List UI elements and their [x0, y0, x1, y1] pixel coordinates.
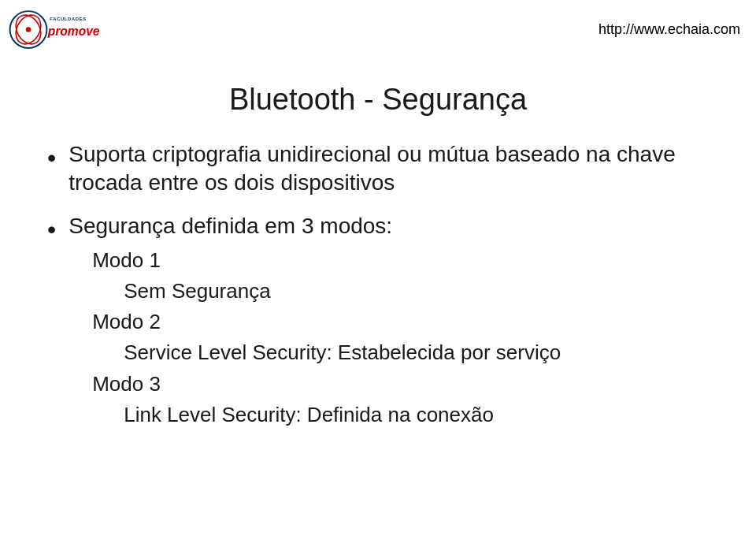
- bullet-dot-2: •: [47, 214, 56, 247]
- url-area: http://www.echaia.com: [598, 21, 740, 38]
- sub-item-modo3: Modo 3: [92, 370, 709, 398]
- logo-icon: FACULDADES promove: [8, 8, 110, 51]
- url-text: http://www.echaia.com: [598, 21, 740, 37]
- svg-text:FACULDADES: FACULDADES: [50, 17, 86, 21]
- bullet-dot-1: •: [47, 142, 56, 175]
- svg-text:promove: promove: [47, 24, 100, 38]
- sub-sub-item-modo1: Sem Segurança: [92, 277, 709, 305]
- sub-item-modo2: Modo 2: [92, 308, 709, 336]
- page-title: Bluetooth - Segurança: [47, 83, 709, 117]
- modo2-sublabel: Service Level Security: Estabelecida por…: [124, 340, 561, 364]
- bullet2-main: Segurança definida em 3 modos:: [69, 214, 392, 238]
- header: FACULDADES promove http://www.echaia.com: [0, 0, 756, 59]
- sub-sub-item-modo2: Service Level Security: Estabelecida por…: [92, 339, 709, 367]
- sub-item-modo1: Modo 1: [92, 247, 709, 274]
- logo-area: FACULDADES promove: [8, 8, 110, 51]
- modo1-sublabel: Sem Segurança: [124, 279, 270, 303]
- svg-point-3: [26, 27, 32, 32]
- sub-sub-item-modo3: Link Level Security: Definida na conexão: [92, 401, 709, 429]
- list-item-2: • Segurança definida em 3 modos: Modo 1 …: [47, 212, 709, 432]
- bullet-text-1: Suporta criptografia unidirecional ou mú…: [69, 140, 709, 198]
- list-item-1: • Suporta criptografia unidirecional ou …: [47, 140, 709, 198]
- modo3-label: Modo 3: [92, 372, 161, 396]
- modo1-label: Modo 1: [92, 248, 161, 272]
- main-content: Bluetooth - Segurança • Suporta criptogr…: [0, 59, 756, 462]
- sub-list: Modo 1 Sem Segurança Modo 2 Service Leve…: [69, 247, 709, 429]
- bullet-text-2: Segurança definida em 3 modos: Modo 1 Se…: [69, 212, 709, 432]
- modo2-label: Modo 2: [92, 310, 161, 333]
- content-list: • Suporta criptografia unidirecional ou …: [47, 140, 709, 432]
- modo3-sublabel: Link Level Security: Definida na conexão: [124, 403, 494, 426]
